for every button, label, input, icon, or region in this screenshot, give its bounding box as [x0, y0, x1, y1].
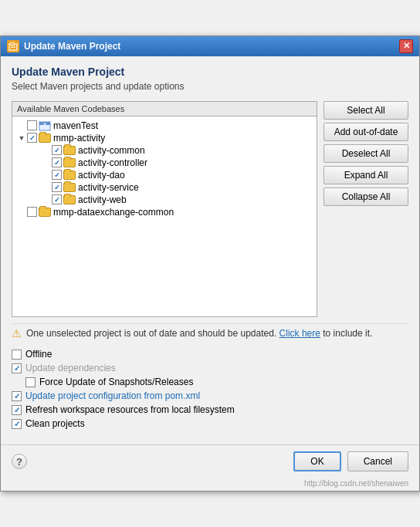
label-update-config: Update project configuration from pom.xm…: [25, 390, 200, 401]
dialog-title: Update Maven Project: [12, 66, 408, 78]
cancel-button[interactable]: Cancel: [347, 451, 408, 471]
expand-icon: [17, 121, 26, 130]
dialog-content: Update Maven Project Select Maven projec…: [1, 56, 419, 445]
tree-item-label-activity-web: activity-web: [78, 194, 127, 205]
collapse-all-button[interactable]: Collapse All: [323, 187, 408, 206]
footer-buttons: OK Cancel: [293, 451, 408, 471]
side-buttons: Select All Add out-of-date Deselect All …: [323, 101, 408, 317]
window-icon: [7, 40, 19, 52]
select-all-button[interactable]: Select All: [323, 101, 408, 120]
checkbox-activity-common[interactable]: [52, 145, 62, 155]
folder-icon-activity-web: [63, 195, 76, 204]
tree-item-activity-common[interactable]: activity-common: [14, 144, 315, 157]
checkbox-update-config[interactable]: [12, 391, 22, 401]
tree-item-activity-web[interactable]: activity-web: [14, 194, 315, 206]
tree-section: Available Maven Codebases M: [12, 101, 317, 317]
checkbox-update-deps[interactable]: [12, 363, 22, 373]
option-row-clean-projects: Clean projects: [12, 418, 408, 429]
svg-text:M: M: [44, 123, 46, 126]
tree-item-mmp-activity[interactable]: ▼ mmp-activity: [14, 132, 315, 144]
tree-content: M mavenTest ▼ mmp-activity: [12, 117, 317, 309]
click-here-link[interactable]: Click here: [279, 328, 320, 339]
deselect-all-button[interactable]: Deselect All: [323, 144, 408, 163]
expand-icon-activity-web: [42, 195, 51, 204]
option-row-refresh-workspace: Refresh workspace resources from local f…: [12, 404, 408, 415]
folder-icon-mmp-activity: [39, 133, 51, 143]
checkbox-clean-projects[interactable]: [12, 419, 22, 429]
expand-icon-activity-service: [42, 183, 51, 192]
folder-icon-activity-dao: [63, 171, 76, 180]
add-out-of-date-button[interactable]: Add out-of-date: [323, 123, 408, 141]
expand-icon-activity-controller: [42, 158, 51, 167]
expand-icon-mmp-dataexchange: [17, 208, 26, 217]
options-area: Offline Update dependencies Force Update…: [12, 349, 408, 429]
tree-item-label-maventest: mavenTest: [53, 120, 98, 131]
title-bar: Update Maven Project ✕: [1, 36, 419, 56]
label-refresh-workspace: Refresh workspace resources from local f…: [25, 404, 235, 415]
tree-item-label-mmp-activity: mmp-activity: [53, 133, 105, 144]
tree-item-mmp-dataexchange-common[interactable]: mmp-dataexchange-common: [14, 206, 315, 218]
checkbox-maventest[interactable]: [27, 120, 37, 130]
label-clean-projects: Clean projects: [25, 418, 85, 429]
checkbox-mmp-dataexchange-common[interactable]: [27, 207, 37, 217]
warning-icon: ⚠: [12, 327, 22, 340]
watermark: http://blog.csdn.net/shenaiwen: [1, 478, 419, 491]
title-bar-text: Update Maven Project: [24, 41, 120, 52]
expand-all-button[interactable]: Expand All: [323, 166, 408, 184]
tree-item-label-activity-dao: activity-dao: [78, 170, 125, 181]
main-area: Available Maven Codebases M: [12, 101, 408, 317]
tree-item-label-activity-common: activity-common: [78, 145, 145, 156]
checkbox-activity-web[interactable]: [52, 194, 62, 204]
option-row-offline: Offline: [12, 349, 408, 360]
label-update-deps: Update dependencies: [25, 363, 116, 373]
svg-rect-1: [11, 42, 14, 45]
warning-text: One unselected project is out of date an…: [26, 327, 372, 340]
checkbox-activity-service[interactable]: [52, 182, 62, 192]
project-icon: M: [39, 120, 51, 131]
ok-button[interactable]: OK: [293, 451, 340, 471]
folder-icon-mmp-dataexchange-common: [39, 208, 51, 217]
tree-item-activity-controller[interactable]: activity-controller: [14, 157, 315, 169]
tree-item-maventest[interactable]: M mavenTest: [14, 120, 315, 132]
tree-item-activity-dao[interactable]: activity-dao: [14, 169, 315, 181]
checkbox-mmp-activity[interactable]: [27, 133, 37, 143]
label-offline: Offline: [25, 349, 52, 360]
checkbox-activity-controller[interactable]: [52, 157, 62, 167]
checkbox-refresh-workspace[interactable]: [12, 405, 22, 415]
tree-item-activity-service[interactable]: activity-service: [14, 181, 315, 194]
expand-icon-mmp-activity[interactable]: ▼: [17, 133, 26, 143]
label-force-update: Force Update of Snapshots/Releases: [39, 377, 193, 387]
option-row-update-config: Update project configuration from pom.xm…: [12, 390, 408, 401]
tree-item-label-activity-controller: activity-controller: [78, 157, 147, 168]
tree-item-label-mmp-dataexchange-common: mmp-dataexchange-common: [53, 207, 174, 218]
option-row-update-deps: Update dependencies: [12, 363, 408, 373]
tree-item-label-activity-service: activity-service: [78, 182, 139, 193]
option-row-force-update: Force Update of Snapshots/Releases: [12, 377, 408, 387]
folder-icon-activity-service: [63, 183, 76, 192]
folder-icon-activity-common: [63, 146, 76, 155]
expand-icon-activity-dao: [42, 171, 51, 180]
help-button[interactable]: ?: [12, 454, 27, 469]
dialog-subtitle: Select Maven projects and update options: [12, 81, 408, 92]
expand-icon-activity-common: [42, 146, 51, 155]
footer: ? OK Cancel: [1, 444, 419, 478]
checkbox-force-update[interactable]: [25, 377, 36, 387]
checkbox-activity-dao[interactable]: [52, 170, 62, 180]
update-maven-project-dialog: Update Maven Project ✕ Update Maven Proj…: [0, 35, 420, 492]
folder-icon-activity-controller: [63, 158, 76, 167]
warning-area: ⚠ One unselected project is out of date …: [12, 323, 408, 343]
tree-section-label: Available Maven Codebases: [12, 102, 317, 117]
checkbox-offline[interactable]: [12, 350, 22, 360]
close-button[interactable]: ✕: [399, 39, 413, 53]
